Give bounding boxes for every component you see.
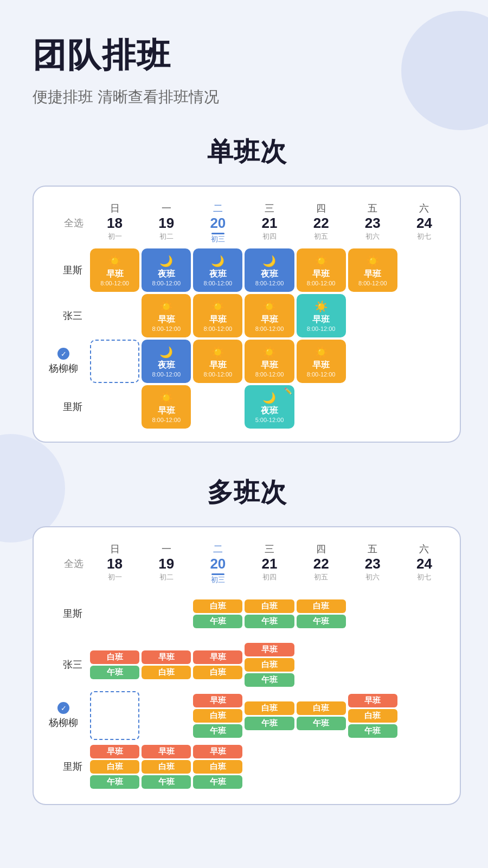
single-cell-2-0[interactable] xyxy=(90,340,139,383)
multi-cell-1-3[interactable]: 早班 白班 午班 xyxy=(245,640,294,689)
multi-row-label-0: 里斯 xyxy=(44,589,88,638)
multi-cell-1-6 xyxy=(400,640,449,689)
multi-cell-3-2[interactable]: 早班 白班 午班 xyxy=(193,742,242,791)
single-cell-0-2[interactable]: 🌙 夜班 8:00-12:00 xyxy=(193,248,242,292)
single-cell-3-0 xyxy=(90,385,139,429)
multi-cell-0-6 xyxy=(400,589,449,638)
single-row-label-1: 张三 xyxy=(44,294,88,337)
multi-cell-1-2[interactable]: 早班 白班 xyxy=(193,640,242,689)
multi-row-label-1: 张三 xyxy=(44,640,88,689)
multi-day-header-4: 四 22 初五 xyxy=(297,540,346,587)
multi-cell-3-4 xyxy=(297,742,346,791)
single-cell-3-1[interactable]: ☀️ 早班 8:00-12:00 xyxy=(142,385,191,429)
single-cell-2-6 xyxy=(400,340,449,383)
day-header-4: 四 22 初五 xyxy=(297,200,346,246)
multi-cell-0-4[interactable]: 白班 午班 xyxy=(297,589,346,638)
day-header-5: 五 23 初六 xyxy=(348,200,397,246)
multi-cell-1-4 xyxy=(297,640,346,689)
single-cell-1-2[interactable]: ☀️ 早班 8:00-12:00 xyxy=(193,294,242,337)
single-cell-3-2 xyxy=(193,385,242,429)
multi-cell-2-5[interactable]: 早班 白班 午班 xyxy=(348,691,397,740)
multi-cell-2-2[interactable]: 早班 白班 午班 xyxy=(193,691,242,740)
single-row-label-0: 里斯 xyxy=(44,248,88,292)
single-row-label-2: ✓ 杨柳柳 xyxy=(44,340,88,383)
multi-cell-1-5 xyxy=(348,640,397,689)
multi-day-header-3: 三 21 初四 xyxy=(245,540,294,587)
multi-cell-3-3 xyxy=(245,742,294,791)
single-cell-2-5 xyxy=(348,340,397,383)
main-title: 团队排班 xyxy=(33,33,461,78)
multi-row-label-3: 里斯 xyxy=(44,742,88,791)
multi-cell-3-0[interactable]: 早班 白班 午班 xyxy=(90,742,139,791)
single-cell-1-0 xyxy=(90,294,139,337)
single-cell-3-4 xyxy=(297,385,346,429)
multi-day-header-5: 五 23 初六 xyxy=(348,540,397,587)
single-cell-3-6 xyxy=(400,385,449,429)
multi-day-header-1: 一 19 初二 xyxy=(142,540,191,587)
multi-cell-0-1 xyxy=(142,589,191,638)
multi-cell-2-4[interactable]: 白班 午班 xyxy=(297,691,346,740)
multi-row-label-2: ✓ 杨柳柳 xyxy=(44,691,88,740)
multi-cell-0-2[interactable]: 白班 午班 xyxy=(193,589,242,638)
single-cell-1-5 xyxy=(348,294,397,337)
section-multi-title: 多班次 xyxy=(33,475,461,510)
multi-cell-2-3[interactable]: 白班 午班 xyxy=(245,691,294,740)
multi-cell-0-0 xyxy=(90,589,139,638)
multi-day-header-0: 日 18 初一 xyxy=(90,540,139,587)
single-cell-3-5 xyxy=(348,385,397,429)
multi-cell-3-5 xyxy=(348,742,397,791)
select-all-multi[interactable]: 全选 xyxy=(44,540,88,587)
single-schedule-card: 全选 日 18 初一 一 19 初二 二 20 初三 三 21 xyxy=(33,186,461,443)
multi-cell-0-3[interactable]: 白班 午班 xyxy=(245,589,294,638)
day-header-1: 一 19 初二 xyxy=(142,200,191,246)
multi-day-header-6: 六 24 初七 xyxy=(400,540,449,587)
section-single-title: 单班次 xyxy=(33,135,461,169)
single-cell-0-5[interactable]: ☀️ 早班 8:00-12:00 xyxy=(348,248,397,292)
multi-cell-2-0[interactable] xyxy=(90,691,139,740)
single-cell-1-4[interactable]: ☀️ 早班 8:00-12:00 xyxy=(297,294,346,337)
day-header-6: 六 24 初七 xyxy=(400,200,449,246)
multi-day-header-2: 二 20 初三 xyxy=(193,540,242,587)
multi-cell-3-1[interactable]: 早班 白班 午班 xyxy=(142,742,191,791)
single-cell-1-6 xyxy=(400,294,449,337)
single-cell-1-3[interactable]: ☀️ 早班 8:00-12:00 xyxy=(245,294,294,337)
single-cell-3-3[interactable]: 🌙 夜班 5:00-12:00 ✏️ xyxy=(245,385,294,429)
single-cell-0-1[interactable]: 🌙 夜班 8:00-12:00 xyxy=(142,248,191,292)
single-cell-0-0[interactable]: ☀️ 早班 8:00-12:00 xyxy=(90,248,139,292)
check-icon-multi: ✓ xyxy=(57,702,69,714)
day-header-2: 二 20 初三 xyxy=(193,200,242,246)
multi-cell-3-6 xyxy=(400,742,449,791)
multi-cell-1-0[interactable]: 白班 午班 xyxy=(90,640,139,689)
single-cell-1-1[interactable]: ☀️ 早班 8:00-12:00 xyxy=(142,294,191,337)
single-cell-0-4[interactable]: ☀️ 早班 8:00-12:00 xyxy=(297,248,346,292)
single-cell-2-1[interactable]: 🌙 夜班 8:00-12:00 xyxy=(142,340,191,383)
single-row-label-3: 里斯 xyxy=(44,385,88,429)
multi-cell-2-1 xyxy=(142,691,191,740)
day-header-3: 三 21 初四 xyxy=(245,200,294,246)
select-all-single[interactable]: 全选 xyxy=(44,200,88,246)
sub-title: 便捷排班 清晰查看排班情况 xyxy=(33,87,461,107)
single-cell-0-3[interactable]: 🌙 夜班 8:00-12:00 xyxy=(245,248,294,292)
day-header-0: 日 18 初一 xyxy=(90,200,139,246)
edit-icon: ✏️ xyxy=(284,387,292,395)
multi-schedule-card: 全选 日 18 初一 一 19 初二 二 20 初三 三 21 初四 xyxy=(33,526,461,805)
single-cell-0-6 xyxy=(400,248,449,292)
single-cell-2-3[interactable]: ☀️ 早班 8:00-12:00 xyxy=(245,340,294,383)
multi-cell-2-6 xyxy=(400,691,449,740)
single-cell-2-4[interactable]: ☀️ 早班 8:00-12:00 xyxy=(297,340,346,383)
multi-cell-1-1[interactable]: 早班 白班 xyxy=(142,640,191,689)
check-icon-single: ✓ xyxy=(57,348,69,360)
multi-cell-0-5 xyxy=(348,589,397,638)
single-cell-2-2[interactable]: ☀️ 早班 8:00-12:00 xyxy=(193,340,242,383)
